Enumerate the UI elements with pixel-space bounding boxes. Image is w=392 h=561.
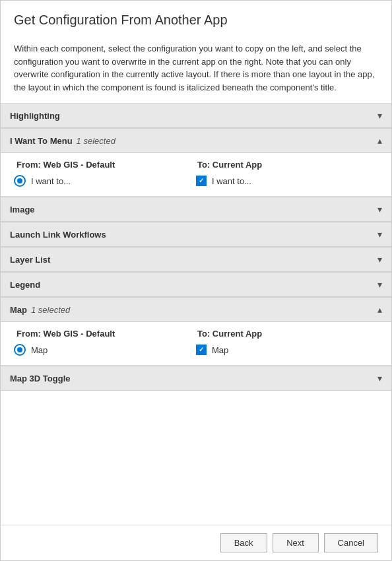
dialog-footer: Back Next Cancel [1, 525, 391, 560]
section-header-highlighting[interactable]: Highlighting▾ [1, 104, 391, 128]
description: Within each component, select the config… [1, 36, 391, 103]
from-label-i-want-to-menu-0: I want to... [31, 176, 71, 186]
section-content-map: From: Web GIS - DefaultTo: Current AppMa… [1, 322, 391, 366]
section-header-i-want-to-menu[interactable]: I Want To Menu1 selected▴ [1, 128, 391, 153]
chevron-icon-legend: ▾ [377, 279, 382, 290]
section-subtitle-map: 1 selected [31, 305, 70, 315]
section-header-map-3d-toggle[interactable]: Map 3D Toggle▾ [1, 366, 391, 391]
items-row-i-want-to-menu-0: I want to...✓I want to... [14, 175, 378, 187]
from-header-map: From: Web GIS - Default [16, 329, 197, 339]
section-label-legend: Legend [10, 280, 40, 290]
columns-header-i-want-to-menu: From: Web GIS - DefaultTo: Current App [14, 160, 378, 170]
chevron-icon-map-3d-toggle: ▾ [377, 373, 382, 383]
cancel-button[interactable]: Cancel [324, 533, 378, 552]
from-label-map-0: Map [31, 345, 48, 355]
section-label-launch-link-workflows: Launch Link Workflows [10, 230, 106, 240]
section-title-layer-list: Layer List [10, 255, 50, 265]
section-label-highlighting: Highlighting [10, 111, 60, 121]
radio-button-i-want-to-menu-0[interactable] [14, 175, 26, 187]
checkbox-button-i-want-to-menu-0[interactable]: ✓ [196, 176, 207, 186]
chevron-icon-map: ▴ [377, 304, 382, 315]
section-header-launch-link-workflows[interactable]: Launch Link Workflows▾ [1, 222, 391, 247]
section-title-map-3d-toggle: Map 3D Toggle [10, 374, 70, 383]
dialog-body: Within each component, select the config… [1, 36, 391, 525]
section-header-map[interactable]: Map1 selected▴ [1, 297, 391, 322]
section-label-image: Image [10, 205, 35, 214]
from-item-i-want-to-menu-0[interactable]: I want to... [14, 175, 196, 187]
from-header-i-want-to-menu: From: Web GIS - Default [16, 160, 197, 170]
chevron-icon-image: ▾ [377, 204, 382, 214]
section-content-i-want-to-menu: From: Web GIS - DefaultTo: Current AppI … [1, 153, 391, 197]
from-item-map-0[interactable]: Map [14, 344, 196, 356]
columns-header-map: From: Web GIS - DefaultTo: Current App [14, 329, 378, 339]
chevron-icon-launch-link-workflows: ▾ [377, 229, 382, 240]
next-button[interactable]: Next [273, 533, 319, 552]
chevron-icon-highlighting: ▾ [377, 110, 382, 121]
checkbox-button-map-0[interactable]: ✓ [196, 345, 207, 355]
to-item-i-want-to-menu-0[interactable]: ✓I want to... [196, 176, 378, 186]
section-label-layer-list: Layer List [10, 255, 50, 265]
to-label-i-want-to-menu-0: I want to... [212, 176, 251, 186]
section-title-map: Map1 selected [10, 305, 70, 315]
to-item-map-0[interactable]: ✓Map [196, 345, 378, 355]
chevron-icon-layer-list: ▾ [377, 254, 382, 265]
section-title-highlighting: Highlighting [10, 111, 60, 121]
section-label-map: Map [10, 305, 27, 315]
dialog: Get Configuration From Another App Withi… [0, 0, 392, 561]
section-title-image: Image [10, 205, 35, 214]
section-title-launch-link-workflows: Launch Link Workflows [10, 230, 106, 240]
to-header-map: To: Current App [197, 329, 378, 339]
dialog-title: Get Configuration From Another App [1, 1, 391, 36]
items-row-map-0: Map✓Map [14, 344, 378, 356]
section-title-i-want-to-menu: I Want To Menu1 selected [10, 136, 115, 146]
section-label-i-want-to-menu: I Want To Menu [10, 136, 73, 146]
section-title-legend: Legend [10, 280, 40, 290]
section-header-layer-list[interactable]: Layer List▾ [1, 247, 391, 272]
radio-button-map-0[interactable] [14, 344, 26, 356]
to-header-i-want-to-menu: To: Current App [197, 160, 378, 170]
section-header-image[interactable]: Image▾ [1, 197, 391, 222]
scroll-area[interactable]: Highlighting▾I Want To Menu1 selected▴Fr… [1, 103, 391, 525]
section-header-legend[interactable]: Legend▾ [1, 272, 391, 297]
section-label-map-3d-toggle: Map 3D Toggle [10, 374, 70, 383]
chevron-icon-i-want-to-menu: ▴ [377, 135, 382, 146]
to-label-map-0: Map [212, 345, 228, 355]
section-subtitle-i-want-to-menu: 1 selected [77, 136, 115, 146]
back-button[interactable]: Back [220, 533, 267, 552]
